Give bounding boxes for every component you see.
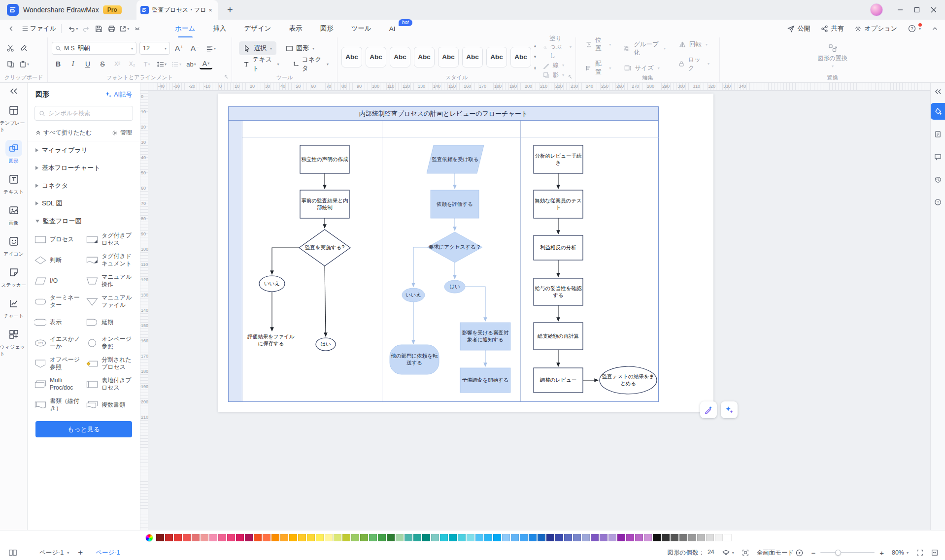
- color-swatch-0[interactable]: [156, 534, 164, 541]
- color-swatch-59[interactable]: [679, 534, 687, 541]
- zoom-slider[interactable]: − +: [811, 549, 884, 557]
- zoom-slider-track[interactable]: [820, 552, 875, 553]
- position-button[interactable]: 位置▾: [586, 36, 611, 53]
- color-swatch-12[interactable]: [263, 534, 270, 541]
- publish-button[interactable]: 公開: [787, 24, 810, 33]
- save-button[interactable]: [92, 22, 105, 35]
- sidebar-nav-widgets[interactable]: ウィジェット: [0, 326, 28, 358]
- character-spacing-button[interactable]: ab▾: [185, 58, 198, 70]
- maximize-button[interactable]: [909, 0, 925, 20]
- ai-draw-button[interactable]: [700, 401, 717, 418]
- flow-node-t1[interactable]: 評価結果をファイルに保存する: [246, 333, 296, 350]
- color-swatch-31[interactable]: [431, 534, 439, 541]
- color-swatch-34[interactable]: [458, 534, 466, 541]
- shape-symbol-12[interactable]: オフページ参照: [34, 355, 86, 372]
- library-item-2[interactable]: コネクタ: [28, 177, 140, 195]
- more-tools-button[interactable]: [131, 22, 143, 35]
- font-family-select[interactable]: ＭＳ 明朝 ▾: [52, 42, 136, 55]
- style-preset-4[interactable]: Abc: [414, 47, 435, 67]
- color-swatch-56[interactable]: [653, 534, 661, 541]
- color-swatch-1[interactable]: [165, 534, 173, 541]
- shape-symbol-16[interactable]: 書類（線付き）: [34, 396, 86, 413]
- style-preset-5[interactable]: Abc: [438, 47, 459, 67]
- menu-tab-5[interactable]: ツール: [342, 20, 380, 37]
- ai-assistant-button[interactable]: [721, 401, 738, 418]
- lock-button[interactable]: ロック▾: [678, 56, 709, 72]
- text-style-button[interactable]: T▾: [140, 58, 153, 70]
- help-button[interactable]: ? ▾: [908, 25, 921, 33]
- undo-button[interactable]: ▾: [67, 22, 79, 35]
- line-button[interactable]: 線▾: [543, 61, 572, 69]
- sidebar-nav-stickers[interactable]: ステッカー: [0, 264, 28, 289]
- increase-font-button[interactable]: A⁺: [173, 42, 186, 55]
- group-button[interactable]: グループ化▾: [624, 40, 666, 57]
- menu-tab-6[interactable]: AIhot: [380, 21, 405, 36]
- shape-symbol-6[interactable]: ターミネーター: [34, 293, 86, 310]
- color-swatch-2[interactable]: [174, 534, 182, 541]
- shape-symbol-11[interactable]: オンページ参照: [86, 334, 138, 351]
- print-button[interactable]: [105, 22, 118, 35]
- options-button[interactable]: オプション: [854, 24, 897, 33]
- color-swatch-63[interactable]: [715, 534, 723, 541]
- style-dialog-launcher-icon[interactable]: [568, 73, 573, 81]
- sidebar-nav-icons[interactable]: アイコン: [0, 233, 28, 258]
- library-item-3[interactable]: SDL 図: [28, 195, 140, 212]
- font-dialog-launcher-icon[interactable]: [224, 73, 229, 81]
- library-item-4[interactable]: 監査フロー図: [28, 212, 140, 230]
- rotate-button[interactable]: 回転▾: [678, 40, 709, 49]
- strikethrough-button[interactable]: S: [96, 58, 109, 70]
- pages-panel-icon[interactable]: [9, 549, 17, 556]
- shape-symbol-5[interactable]: マニュアル操作: [86, 272, 138, 289]
- shape-symbol-3[interactable]: タグ付きドキュメント: [86, 252, 138, 268]
- color-swatch-24[interactable]: [369, 534, 377, 541]
- sidebar-nav-templates[interactable]: テンプレート: [0, 102, 28, 133]
- format-painter-button[interactable]: [18, 42, 31, 55]
- color-swatch-15[interactable]: [289, 534, 297, 541]
- color-swatch-17[interactable]: [307, 534, 315, 541]
- zoom-slider-knob[interactable]: [835, 550, 841, 556]
- active-page-tab[interactable]: ページ-1: [96, 549, 120, 557]
- menu-tab-4[interactable]: 図形: [311, 20, 342, 37]
- color-swatch-53[interactable]: [626, 534, 634, 541]
- more-shapes-button[interactable]: もっと見る: [35, 421, 132, 437]
- fit-selection-button[interactable]: [742, 549, 749, 556]
- style-preset-3[interactable]: Abc: [390, 47, 410, 67]
- sidebar-nav-images[interactable]: 画像: [0, 202, 28, 227]
- style-preset-6[interactable]: Abc: [462, 47, 483, 67]
- color-swatch-13[interactable]: [271, 534, 279, 541]
- color-swatch-18[interactable]: [316, 534, 324, 541]
- drawing-canvas-area[interactable]: -40-30-20-100102030405060708090100110120…: [140, 83, 930, 530]
- flowchart-shapes-layer[interactable]: [218, 94, 713, 412]
- help-panel-button[interactable]: ?: [931, 194, 945, 210]
- menu-tab-0[interactable]: ホーム: [166, 20, 204, 37]
- color-swatch-16[interactable]: [298, 534, 306, 541]
- shape-symbol-4[interactable]: I/O: [34, 272, 86, 289]
- color-swatch-46[interactable]: [564, 534, 572, 541]
- style-scroll-arrows[interactable]: ▲▼⇟: [531, 44, 537, 70]
- color-swatch-3[interactable]: [183, 534, 191, 541]
- shape-symbol-9[interactable]: 延期: [86, 314, 138, 330]
- symbol-search-input[interactable]: [48, 110, 129, 117]
- sidebar-nav-shapes[interactable]: 図形: [0, 140, 28, 165]
- drawing-page[interactable]: 内部統制監査プロセスの計画とレビューのフローチャート 独立性の声明の作成事前の監…: [218, 94, 713, 412]
- minimize-button[interactable]: [892, 0, 909, 20]
- collapse-panel-icon[interactable]: [10, 88, 18, 96]
- color-swatch-55[interactable]: [644, 534, 652, 541]
- color-swatch-60[interactable]: [688, 534, 696, 541]
- color-swatch-41[interactable]: [520, 534, 528, 541]
- color-swatch-8[interactable]: [227, 534, 235, 541]
- fit-width-button[interactable]: [931, 549, 938, 556]
- shape-symbol-17[interactable]: 複数書類: [86, 396, 138, 413]
- color-swatch-50[interactable]: [600, 534, 608, 541]
- bold-button[interactable]: B: [52, 58, 65, 70]
- color-swatch-30[interactable]: [422, 534, 430, 541]
- style-preset-1[interactable]: Abc: [341, 47, 362, 67]
- color-swatch-33[interactable]: [449, 534, 457, 541]
- color-swatch-32[interactable]: [440, 534, 448, 541]
- color-swatch-48[interactable]: [582, 534, 590, 541]
- collapse-right-panel-icon[interactable]: [935, 89, 942, 96]
- color-swatch-14[interactable]: [280, 534, 288, 541]
- page-settings-panel-button[interactable]: [931, 126, 945, 142]
- color-swatch-7[interactable]: [218, 534, 226, 541]
- shape-symbol-15[interactable]: 裏地付きプロセス: [86, 376, 138, 393]
